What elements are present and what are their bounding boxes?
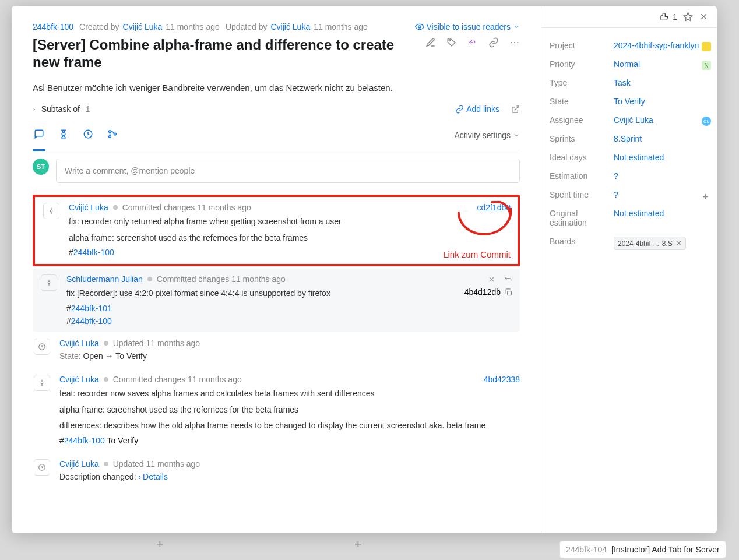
field-label-orig: Original estimation <box>550 209 614 227</box>
issue-description: Asl Benutzer möchte ich weniger Bandbrei… <box>33 83 520 93</box>
commit-hash-link[interactable]: 4bd42338 <box>484 375 520 384</box>
remove-chip-button[interactable]: ✕ <box>675 239 682 248</box>
field-orig[interactable]: Not estimated <box>614 209 709 218</box>
annotated-commit-box: Cvijić Luka Committed changes 11 months … <box>33 195 520 266</box>
copy-icon[interactable] <box>504 288 513 297</box>
activity-author[interactable]: Cvijić Luka <box>69 203 108 212</box>
add-links-button[interactable]: Add links <box>455 104 499 114</box>
link-icon[interactable] <box>488 37 499 48</box>
activity-author[interactable]: Cvijić Luka <box>59 375 99 384</box>
field-spent[interactable]: ?+ <box>614 190 709 199</box>
details-button[interactable]: › Details <box>138 472 167 481</box>
add-column-button[interactable]: + <box>156 537 164 552</box>
vote-button[interactable]: 1 <box>660 12 677 22</box>
activity-author[interactable]: Cvijić Luka <box>59 339 99 348</box>
priority-badge: N <box>702 61 711 70</box>
undo-icon[interactable] <box>504 275 513 284</box>
activity-author[interactable]: Cvijić Luka <box>59 459 99 469</box>
field-label-ideal: Ideal days <box>550 153 614 162</box>
commit-hash-link[interactable]: 4b4d12db <box>464 287 501 297</box>
updated-label: Updated by <box>226 22 268 31</box>
field-label-priority: Priority <box>550 59 614 69</box>
commit-message: differences: describes how the old alpha… <box>59 420 520 432</box>
external-link-icon[interactable] <box>511 105 520 114</box>
svg-rect-11 <box>508 291 512 295</box>
issue-id-link[interactable]: 244bfk-100 <box>33 22 73 31</box>
clock-icon <box>34 339 50 355</box>
activity-author[interactable]: Schludermann Julian <box>66 274 143 284</box>
updater-link[interactable]: Cvijić Luka <box>270 22 310 31</box>
svg-point-13 <box>41 382 43 384</box>
field-label-state: State <box>550 97 614 106</box>
field-label-project: Project <box>550 41 614 50</box>
creator-link[interactable]: Cvijić Luka <box>123 22 163 31</box>
star-icon[interactable] <box>683 12 693 22</box>
field-state[interactable]: To Verify <box>614 97 709 106</box>
activity-meta: Committed changes 11 months ago <box>157 274 286 284</box>
svg-point-0 <box>418 26 421 28</box>
svg-point-8 <box>114 133 117 135</box>
commit-message: feat: recorder now saves alpha frames an… <box>59 388 520 400</box>
issue-tag-link[interactable]: 244bfk-100 <box>71 316 112 326</box>
field-label-spent: Spent time <box>550 190 614 199</box>
issue-tag-link[interactable]: 244bfk-100 <box>64 436 105 445</box>
tab-history[interactable] <box>82 126 94 144</box>
created-label: Created by <box>79 22 119 31</box>
close-icon[interactable] <box>487 275 496 284</box>
field-priority[interactable]: NormalN <box>614 59 709 69</box>
status-dot <box>113 205 118 210</box>
status-dot <box>104 377 108 382</box>
commit-message: fix [Recorder]: use 4:2:0 pixel format s… <box>66 287 330 300</box>
comment-input[interactable]: Write a comment, @mention people <box>56 159 520 183</box>
commit-message: alpha frame: screenshot used as the refe… <box>59 404 520 417</box>
board-chip[interactable]: 2024-4bhif-... 8.S ✕ <box>614 237 686 250</box>
tab-comments[interactable] <box>33 126 45 151</box>
spiral-icon[interactable]: ꩜ <box>467 36 478 48</box>
field-label-assignee: Assignee <box>550 115 614 125</box>
activity-meta: Updated 11 months ago <box>113 339 200 348</box>
chevron-right-icon: › <box>33 104 36 114</box>
annotation-text: Link zum Commit <box>443 249 511 259</box>
close-icon[interactable] <box>699 12 709 22</box>
avatar: ST <box>33 159 49 175</box>
tag-suffix: To Verify <box>107 436 139 445</box>
edit-icon[interactable] <box>425 37 436 48</box>
svg-point-9 <box>50 210 52 212</box>
activity-settings-dropdown[interactable]: Activity settings <box>455 131 520 146</box>
field-label-type: Type <box>550 78 614 87</box>
svg-point-3 <box>514 41 515 43</box>
add-spent-time-button[interactable]: + <box>702 191 709 203</box>
commit-message: fix: recorder only returned alpha frame … <box>69 216 511 228</box>
commit-icon <box>43 203 59 219</box>
issue-tag-link[interactable]: 244bfk-101 <box>71 304 112 313</box>
add-column-button[interactable]: + <box>354 537 362 552</box>
tag-icon[interactable] <box>446 37 457 48</box>
desc-changed-label: Description changed: <box>59 472 136 481</box>
state-to: To Verify <box>115 351 147 361</box>
field-label-boards: Boards <box>550 237 614 246</box>
svg-point-7 <box>109 136 111 138</box>
field-project[interactable]: 2024-4bhif-syp-franklyn <box>614 41 709 50</box>
clock-icon <box>34 459 50 476</box>
field-label-estimation: Estimation <box>550 171 614 181</box>
issue-tag-link[interactable]: 244bfk-100 <box>73 248 114 257</box>
visibility-label: Visible to issue readers <box>427 22 511 31</box>
commit-icon <box>41 274 57 291</box>
field-estimation[interactable]: ? <box>614 171 709 181</box>
subtask-expand[interactable]: › Subtask of 1 <box>33 104 90 114</box>
bg-card[interactable]: 244bfk-104 [Instructor] Add Tab for Serv… <box>559 541 726 558</box>
field-sprints[interactable]: 8.Sprint <box>614 134 709 143</box>
field-type[interactable]: Task <box>614 78 709 87</box>
field-assignee[interactable]: Cvijić LukaCL <box>614 115 709 125</box>
more-icon[interactable] <box>509 37 520 48</box>
field-label-sprints: Sprints <box>550 134 614 143</box>
activity-meta: Committed changes 11 months ago <box>113 375 242 384</box>
field-ideal[interactable]: Not estimated <box>614 153 709 162</box>
svg-point-2 <box>511 41 512 43</box>
tab-time[interactable] <box>57 126 70 144</box>
visibility-dropdown[interactable]: Visible to issue readers <box>415 22 520 31</box>
tab-vcs[interactable] <box>106 126 119 144</box>
commit-message: alpha frame: screenshot used as the refe… <box>69 232 511 245</box>
created-time: 11 months ago <box>166 22 220 31</box>
field-boards[interactable]: 2024-4bhif-... 8.S ✕ <box>614 237 709 250</box>
